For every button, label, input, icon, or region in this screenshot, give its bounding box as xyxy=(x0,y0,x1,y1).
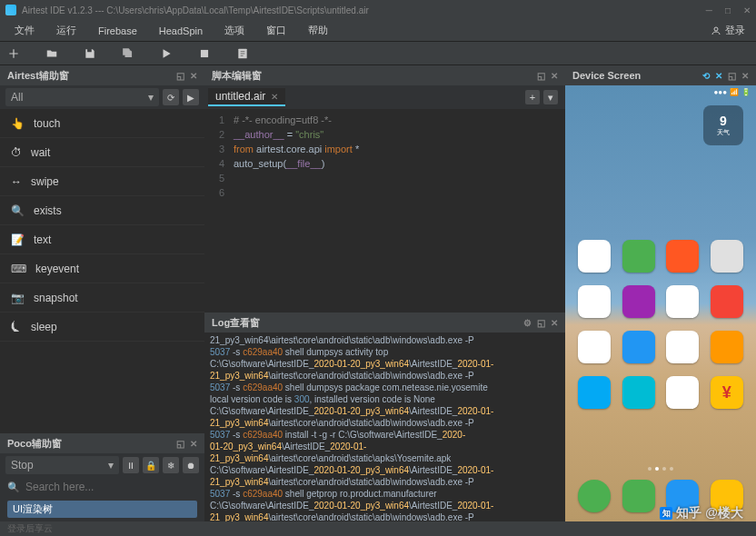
open-icon[interactable] xyxy=(45,47,58,60)
log-output[interactable]: 21_py3_win64\airtest\core\android\static… xyxy=(204,333,565,521)
cmd-sleep[interactable]: ⏾sleep xyxy=(0,313,204,342)
cmd-swipe[interactable]: ↔swipe xyxy=(0,167,204,196)
freeze-button[interactable]: ❄ xyxy=(163,457,179,473)
app-icon[interactable]: ¥ xyxy=(711,376,743,409)
panel-undock-icon[interactable]: ◱ xyxy=(537,318,545,328)
panel-undock-icon[interactable]: ◱ xyxy=(176,439,184,449)
app-icon[interactable] xyxy=(622,376,655,409)
tab-menu-button[interactable]: ▾ xyxy=(543,90,558,104)
log-panel-title: Log查看窗 xyxy=(212,316,260,330)
menu-options[interactable]: 选项 xyxy=(214,24,255,37)
swipe-icon: ↔ xyxy=(11,175,22,188)
add-tab-button[interactable]: + xyxy=(525,90,540,104)
poco-search-input[interactable] xyxy=(25,481,197,493)
panel-close-icon[interactable]: ✕ xyxy=(190,439,197,449)
cmd-keyevent[interactable]: ⌨keyevent xyxy=(0,254,204,283)
minimize-button[interactable]: ─ xyxy=(706,5,712,15)
user-icon xyxy=(711,25,721,36)
record-button[interactable]: ⏺ xyxy=(183,457,199,473)
wait-icon: ⏱ xyxy=(11,146,22,159)
run-icon[interactable] xyxy=(160,47,173,60)
menu-run[interactable]: 运行 xyxy=(45,24,87,37)
snapshot-icon: 📷 xyxy=(11,292,25,304)
keyevent-icon: ⌨ xyxy=(11,263,26,275)
window-title: Airtest IDE v1.2.3 --- C:\Users\chris\Ap… xyxy=(22,5,369,15)
device-screen[interactable]: ●●●📶🔋 9天气 xyxy=(565,85,756,521)
pause-button[interactable]: ⏸ xyxy=(123,457,139,473)
cmd-text[interactable]: 📝text xyxy=(0,225,204,254)
weather-widget: 9天气 xyxy=(703,105,743,145)
airtest-selector[interactable]: All▾ xyxy=(5,88,159,106)
code-editor[interactable]: # -*- encoding=utf8 -*-__author__ = "chr… xyxy=(230,109,565,313)
refresh-button[interactable]: ⟳ xyxy=(163,89,179,105)
chevron-down-icon: ▾ xyxy=(148,91,154,104)
panel-undock-icon[interactable]: ◱ xyxy=(176,71,184,81)
airtest-panel-title: Airtest辅助窗 xyxy=(7,69,69,83)
panel-close-icon[interactable]: ✕ xyxy=(551,318,558,328)
app-icon[interactable] xyxy=(666,376,699,409)
dock-sms-icon[interactable] xyxy=(622,480,655,512)
panel-close-icon[interactable]: ✕ xyxy=(741,71,749,81)
app-logo xyxy=(5,5,16,15)
app-icon[interactable] xyxy=(711,331,743,363)
report-icon[interactable] xyxy=(236,47,249,60)
menu-window[interactable]: 窗口 xyxy=(255,24,297,37)
app-icon[interactable] xyxy=(711,285,743,318)
menu-firebase[interactable]: Firebase xyxy=(87,25,148,36)
app-icon[interactable] xyxy=(578,285,611,318)
panel-undock-icon[interactable]: ◱ xyxy=(728,71,736,81)
search-icon: 🔍 xyxy=(7,481,20,493)
sleep-icon: ⏾ xyxy=(11,321,22,333)
menu-file[interactable]: 文件 xyxy=(4,24,45,37)
editor-tab[interactable]: untitled.air ✕ xyxy=(208,88,285,106)
new-icon[interactable] xyxy=(7,47,20,60)
cmd-exists[interactable]: 🔍exists xyxy=(0,196,204,225)
app-icon[interactable] xyxy=(666,285,699,318)
app-icon[interactable] xyxy=(622,331,655,363)
panel-close-icon[interactable]: ✕ xyxy=(551,71,558,81)
cmd-snapshot[interactable]: 📷snapshot xyxy=(0,283,204,313)
watermark: 知知乎 @楼大 xyxy=(660,505,743,521)
login-button[interactable]: 登录 xyxy=(703,24,752,37)
app-icon[interactable] xyxy=(578,240,611,273)
save-icon[interactable] xyxy=(84,47,96,60)
lock-button[interactable]: 🔒 xyxy=(143,457,159,473)
cmd-touch[interactable]: 👆touch xyxy=(0,109,204,138)
stop-icon[interactable] xyxy=(198,47,211,60)
text-icon: 📝 xyxy=(11,233,25,246)
tab-close-icon[interactable]: ✕ xyxy=(271,92,278,102)
touch-icon: 👆 xyxy=(11,117,25,130)
chevron-down-icon: ▾ xyxy=(108,459,114,471)
editor-panel-title: 脚本编辑窗 xyxy=(212,69,262,83)
app-icon[interactable] xyxy=(666,331,699,363)
poco-panel-title: Poco辅助窗 xyxy=(7,437,62,451)
filter-icon[interactable]: ⚙ xyxy=(523,318,532,328)
tools-icon[interactable]: ✕ xyxy=(715,71,722,81)
saveall-icon[interactable] xyxy=(122,47,134,60)
svg-rect-1 xyxy=(201,49,208,56)
svg-point-0 xyxy=(714,27,718,31)
device-panel-title: Device Screen xyxy=(572,70,641,81)
app-icon[interactable] xyxy=(578,376,611,409)
app-icon[interactable] xyxy=(622,285,655,318)
exists-icon: 🔍 xyxy=(11,204,25,217)
device-statusbar: ●●●📶🔋 xyxy=(565,85,756,98)
app-icon[interactable] xyxy=(711,240,743,273)
app-icon[interactable] xyxy=(578,331,611,363)
close-button[interactable]: ✕ xyxy=(743,5,751,15)
menu-headspin[interactable]: HeadSpin xyxy=(148,25,214,36)
footer-text: 登录后享云 xyxy=(7,522,53,535)
maximize-button[interactable]: □ xyxy=(725,5,731,15)
app-icon[interactable] xyxy=(666,240,699,273)
panel-close-icon[interactable]: ✕ xyxy=(190,71,197,81)
poco-selector[interactable]: Stop▾ xyxy=(5,456,119,474)
cmd-wait[interactable]: ⏱wait xyxy=(0,138,204,167)
panel-undock-icon[interactable]: ◱ xyxy=(537,71,545,81)
record-button[interactable]: ▶ xyxy=(183,89,199,105)
dock-phone-icon[interactable] xyxy=(578,480,611,512)
app-icon[interactable] xyxy=(622,240,655,273)
menu-help[interactable]: 帮助 xyxy=(297,24,339,37)
tree-root[interactable]: UI渲染树 xyxy=(7,501,197,518)
rotate-icon[interactable]: ⟲ xyxy=(702,71,710,81)
